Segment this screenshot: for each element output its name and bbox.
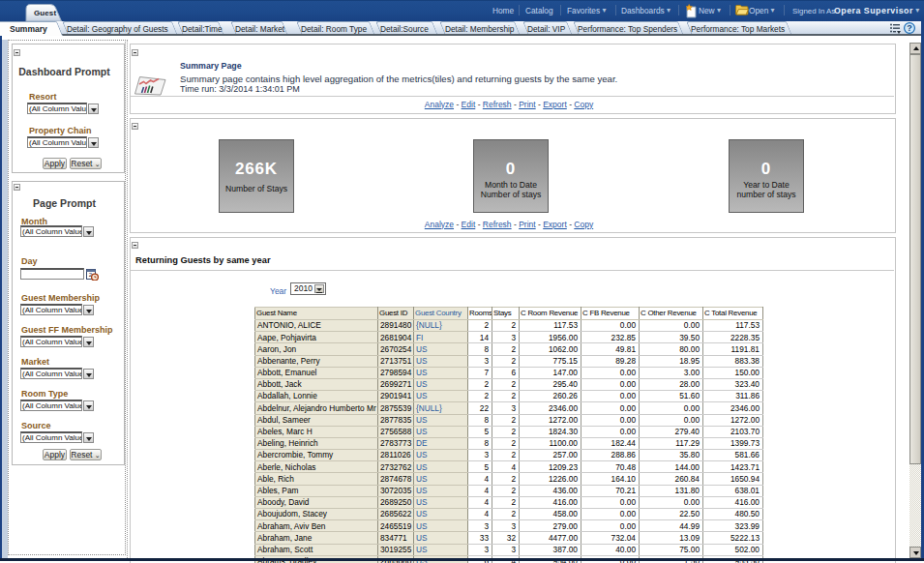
svg-text:?: ? <box>907 23 912 33</box>
